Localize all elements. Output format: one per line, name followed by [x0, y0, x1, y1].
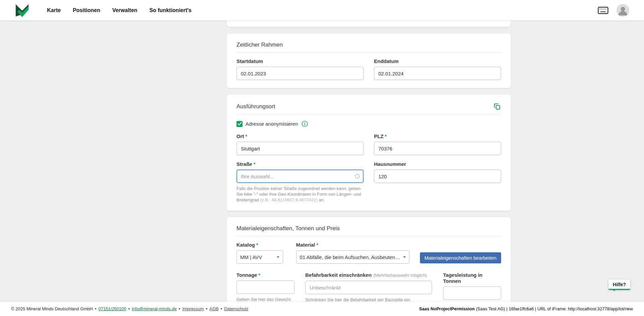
footer-impressum-link[interactable]: Impressum — [182, 306, 204, 311]
material-card-header: Materialeigenschaften, Tonnen und Preis — [236, 225, 501, 236]
tonnage-hint: Geben Sie hier das Gewicht in Tonnen ein… — [236, 297, 294, 302]
timeframe-card-header: Zeitlicher Rahmen — [236, 42, 501, 53]
tagesleistung-group: Tagesleistung in Tonnen Geben Sie hier d… — [443, 272, 501, 302]
person-icon — [616, 4, 629, 17]
strasse-label: Straße* — [236, 161, 364, 167]
mineral-minds-logo-icon[interactable] — [15, 3, 30, 17]
edit-material-properties-button[interactable]: Materialeigenschaften bearbeiten — [420, 252, 501, 263]
tagesleistung-input[interactable] — [443, 287, 501, 300]
material-card-title: Materialeigenschaften, Tonnen und Preis — [236, 225, 340, 232]
befahrbarkeit-group: Befahrbarkeit einschränken (Mehrfachausw… — [305, 272, 432, 302]
plz-group: PLZ* — [374, 133, 501, 155]
form-content: Zeitlicher Rahmen Startdatum Enddatum — [227, 20, 511, 302]
loading-spinner-icon — [355, 174, 360, 179]
hausnummer-group: Hausnummer — [374, 161, 501, 183]
tagesleistung-label: Tagesleistung in Tonnen — [443, 272, 501, 284]
timeframe-card-title: Zeitlicher Rahmen — [236, 42, 283, 48]
location-card: Ausführungsort Adresse anonymisieren — [227, 94, 511, 211]
anonymize-row: Adresse anonymisieren — [236, 121, 501, 127]
startdatum-group: Startdatum — [236, 58, 364, 80]
befahrbarkeit-label: Befahrbarkeit einschränken (Mehrfachausw… — [305, 272, 432, 278]
keyboard-icon[interactable] — [598, 7, 608, 14]
anonymize-label[interactable]: Adresse anonymisieren — [246, 121, 298, 127]
plz-input[interactable] — [374, 142, 501, 155]
copy-icon[interactable] — [493, 103, 501, 111]
footer-environment-info: Saas NoProjectPermission (Saas Test AG) … — [419, 306, 633, 311]
main-scroll-area[interactable]: Zeitlicher Rahmen Startdatum Enddatum — [0, 20, 644, 302]
help-button[interactable]: Hilfe? — [608, 279, 630, 290]
copyright-text: © 2025 Mineral Minds Deutschland GmbH — [11, 306, 93, 311]
material-label: Material* — [296, 242, 410, 248]
footer-left: © 2025 Mineral Minds Deutschland GmbH • … — [11, 306, 249, 311]
befahrbarkeit-hint: Schränken Sie hier die Befahrbarkeit der… — [305, 297, 432, 302]
material-group: Material* 01 Abfälle, die beim Aufsuchen… — [296, 242, 410, 264]
enddatum-input[interactable] — [374, 67, 501, 80]
strasse-input[interactable] — [236, 170, 364, 183]
info-icon[interactable] — [302, 121, 308, 127]
navbar-right — [598, 4, 629, 17]
nav-item-positionen[interactable]: Positionen — [73, 7, 100, 13]
user-avatar[interactable] — [616, 4, 629, 17]
ort-input[interactable] — [236, 142, 364, 155]
befahrbarkeit-input[interactable] — [305, 281, 432, 294]
anonymize-checkbox[interactable] — [236, 121, 243, 127]
tonnage-input[interactable] — [236, 280, 294, 294]
chevron-down-icon — [403, 256, 406, 258]
ort-group: Ort* — [236, 133, 364, 155]
ort-label: Ort* — [236, 133, 364, 139]
strasse-group: Straße* Falls die Position keiner Straße… — [236, 161, 364, 203]
footer: © 2025 Mineral Minds Deutschland GmbH • … — [0, 302, 644, 316]
chevron-down-icon — [277, 256, 279, 258]
hausnummer-input[interactable] — [374, 170, 501, 183]
katalog-select[interactable]: MM | AVV — [236, 250, 283, 264]
strasse-hint: Falls die Position keiner Straße zugeord… — [236, 186, 363, 203]
enddatum-label: Enddatum — [374, 58, 501, 64]
footer-datenschutz-link[interactable]: Datenschutz — [224, 306, 248, 311]
startdatum-label: Startdatum — [236, 58, 364, 64]
previous-card-partial — [227, 20, 511, 27]
nav-item-karte[interactable]: Karte — [47, 7, 61, 13]
katalog-group: Katalog* MM | AVV — [236, 242, 283, 264]
material-row-2: Tonnage* Geben Sie hier das Gewicht in T… — [236, 272, 501, 302]
material-select[interactable]: 01 Abfälle, die beim Aufsuchen, Ausbeute… — [296, 250, 410, 264]
katalog-label: Katalog* — [236, 242, 283, 248]
main-nav: Karte Positionen Verwalten So funktionie… — [47, 7, 192, 13]
material-row-1: Katalog* MM | AVV Material* 01 Abfälle, … — [236, 242, 501, 264]
startdatum-input[interactable] — [236, 67, 364, 80]
footer-phone-link[interactable]: 07151/250100 — [98, 306, 126, 311]
plz-label: PLZ* — [374, 133, 501, 139]
location-card-header: Ausführungsort — [236, 103, 501, 115]
hausnummer-label: Hausnummer — [374, 161, 501, 167]
enddatum-group: Enddatum — [374, 58, 501, 80]
timeframe-card: Zeitlicher Rahmen Startdatum Enddatum — [227, 34, 511, 88]
check-icon — [237, 122, 242, 126]
tonnage-label: Tonnage* — [236, 272, 294, 278]
location-card-title: Ausführungsort — [236, 103, 275, 110]
material-card: Materialeigenschaften, Tonnen und Preis … — [227, 217, 511, 302]
top-navbar: Karte Positionen Verwalten So funktionie… — [0, 0, 644, 20]
nav-item-so-funktionierts[interactable]: So funktioniert's — [149, 7, 192, 13]
footer-agb-link[interactable]: AGB — [209, 306, 218, 311]
footer-email-link[interactable]: info@mineral-minds.de — [132, 306, 177, 311]
nav-item-verwalten[interactable]: Verwalten — [112, 7, 138, 13]
tonnage-group: Tonnage* Geben Sie hier das Gewicht in T… — [236, 272, 294, 302]
